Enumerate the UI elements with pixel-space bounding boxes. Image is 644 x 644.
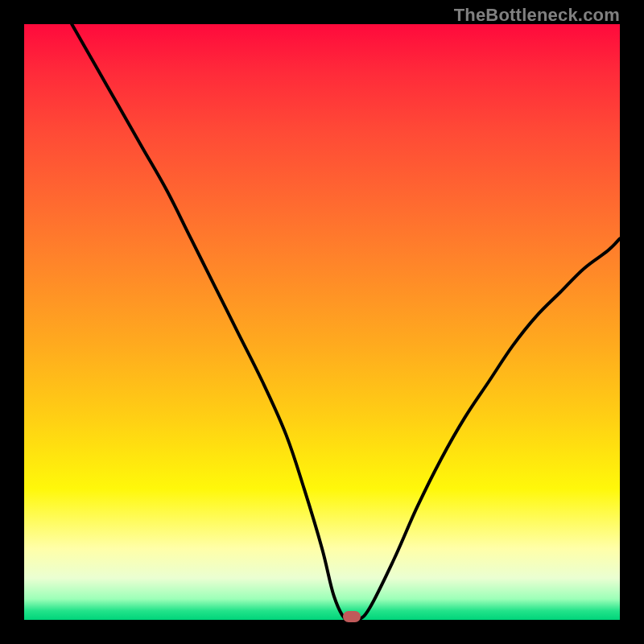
plot-area: [24, 24, 620, 620]
watermark-text: TheBottleneck.com: [454, 5, 620, 26]
chart-frame: TheBottleneck.com: [0, 0, 644, 644]
minimum-marker: [343, 611, 361, 622]
bottleneck-curve: [24, 24, 620, 620]
